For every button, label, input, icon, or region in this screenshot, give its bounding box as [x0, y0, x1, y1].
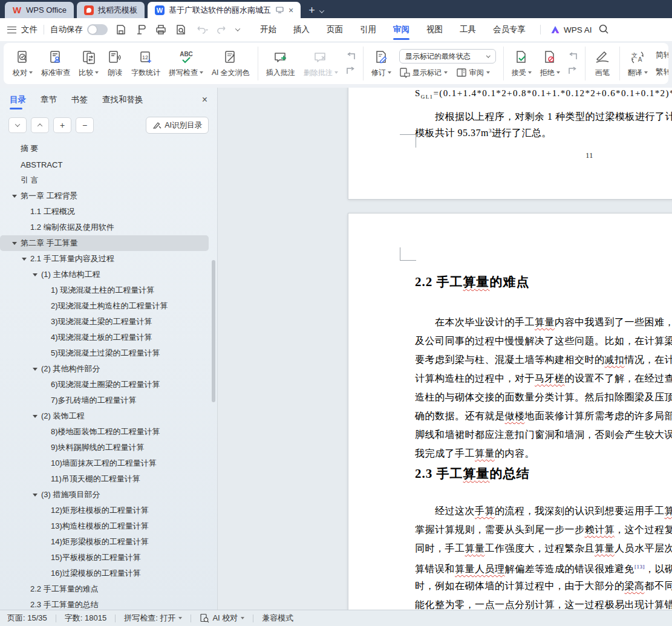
collapse-all-button[interactable]: − [76, 117, 94, 133]
collapse-arrow-icon[interactable] [12, 195, 17, 198]
ai-proofread-status[interactable]: AI 校对 [200, 613, 244, 624]
toc-item[interactable]: 第二章 手工算量 [0, 235, 209, 251]
more-commands-chevron-icon[interactable] [235, 26, 240, 31]
sidebar-tab-find-replace[interactable]: 查找和替换 [102, 88, 143, 112]
collapse-arrow-icon[interactable] [33, 273, 38, 276]
collapse-arrow-icon[interactable] [22, 258, 27, 261]
tab-member[interactable]: 会员专享 [484, 18, 534, 41]
tab-view[interactable]: 视图 [418, 18, 451, 41]
collapse-arrow-icon[interactable] [12, 242, 17, 245]
wps-ai-button[interactable]: WPS AI [550, 25, 592, 34]
tab-list-chevron-icon[interactable] [319, 8, 324, 13]
tab-reference[interactable]: 引用 [351, 18, 385, 41]
tab-insert[interactable]: 插入 [285, 18, 318, 41]
next-revision-icon[interactable] [567, 67, 579, 76]
simplified-to-traditional-button[interactable]: 简转繁 [656, 50, 668, 60]
show-markup-button[interactable]: 显示标记 [399, 67, 448, 78]
tab-review[interactable]: 审阅 [385, 18, 418, 41]
compare-button[interactable]: 比较 [74, 47, 103, 81]
ai-polish-button[interactable]: AI 全文润色 [207, 47, 254, 81]
read-aloud-button[interactable]: 朗读 [103, 47, 127, 81]
standard-review-button[interactable]: 标准审查 [37, 47, 74, 81]
tab-current-document[interactable]: W 基于广联达软件的丽水南城五 × [148, 2, 301, 18]
toc-item[interactable]: 第一章 工程背景 [0, 188, 209, 204]
spell-check-button[interactable]: ABC 拼写检查 [165, 47, 207, 81]
toc-item[interactable]: 7)多孔砖墙的工程量计算 [0, 393, 209, 408]
collapse-arrow-icon[interactable] [33, 494, 38, 497]
export-pdf-icon[interactable] [135, 24, 147, 36]
main-menu-icon[interactable] [7, 27, 16, 33]
toc-item[interactable]: 3)现浇混凝土梁的工程量计算 [0, 314, 209, 330]
reject-revision-button[interactable]: 拒绝 [536, 47, 564, 81]
expand-next-button[interactable] [8, 117, 27, 133]
markup-state-dropdown[interactable]: 显示标记的最终状态 [399, 49, 496, 64]
insert-comment-button[interactable]: 插入批注 [262, 47, 299, 81]
toc-item[interactable]: 2)现浇混凝土构造柱的工程量计算 [0, 298, 209, 314]
sidebar-tab-chapters[interactable]: 章节 [41, 88, 57, 112]
proofread-button[interactable]: 校对 [8, 47, 37, 81]
ai-recognize-toc-button[interactable]: AI识别目录 [146, 117, 209, 134]
previous-revision-icon[interactable] [567, 52, 579, 61]
word-count-button[interactable]: 12 字数统计 [127, 47, 165, 81]
toc-item[interactable]: 13)构造柱模板的工程量计算 [0, 518, 209, 534]
undo-icon[interactable] [195, 24, 208, 36]
save-icon[interactable] [115, 24, 127, 36]
accept-revision-button[interactable]: 接受 [507, 47, 536, 81]
tab-docer-templates[interactable]: 找稻壳模板 [77, 2, 145, 18]
toc-item[interactable]: 8)楼地面装饰工程的工程量计算 [0, 424, 209, 440]
toc-item[interactable]: 6)现浇混凝土圈梁的工程量计算 [0, 377, 209, 393]
traditional-to-simplified-button[interactable]: 繁转简 [656, 67, 668, 77]
toc-item[interactable]: 1.1 工程概况 [0, 204, 209, 220]
autosave-toggle[interactable] [87, 24, 108, 35]
print-preview-icon[interactable] [175, 24, 187, 36]
toc-item[interactable]: (2) 装饰工程 [0, 408, 209, 424]
search-button[interactable] [598, 24, 609, 36]
review-pane-button[interactable]: 审阅 [456, 67, 490, 78]
toc-item[interactable]: 12)矩形柱模板的工程量计算 [0, 503, 209, 518]
toc-item[interactable]: 4)现浇混凝土板的工程量计算 [0, 330, 209, 345]
track-changes-button[interactable]: 修订 [367, 47, 396, 81]
toc-item[interactable]: (3) 措施项目部分 [0, 487, 209, 503]
print-icon[interactable] [155, 24, 167, 36]
toc-item[interactable]: 11)吊顶天棚的工程量计算 [0, 471, 209, 487]
document-page-12[interactable]: 2.2 手工算量的难点 在本次毕业设计的手工算量内容中我遇到了一些困难，在及公司… [348, 213, 672, 610]
expand-all-button[interactable]: + [53, 117, 71, 133]
collapse-arrow-icon[interactable] [33, 415, 38, 418]
toc-item[interactable]: 15)平板模板的工程量计算 [0, 550, 209, 566]
close-tab-icon[interactable]: × [289, 5, 293, 15]
toc-item[interactable]: 摘 要 [0, 141, 209, 157]
previous-comment-icon[interactable] [345, 52, 357, 61]
sidebar-scrollbar[interactable] [212, 260, 215, 402]
toc-item[interactable]: 2.1 手工算量内容及过程 [0, 251, 209, 267]
toc-item[interactable]: (2) 其他构件部分 [0, 361, 209, 377]
toc-item[interactable]: (1) 主体结构工程 [0, 267, 209, 282]
new-tab-button[interactable]: + [308, 5, 315, 16]
toc-item[interactable]: 10)墙面抹灰工程的工程量计算 [0, 455, 209, 471]
collapse-arrow-icon[interactable] [33, 368, 38, 371]
ink-brush-button[interactable]: 画笔 [589, 47, 616, 81]
tab-home[interactable]: 开始 [252, 18, 285, 41]
tab-tools[interactable]: 工具 [451, 18, 484, 41]
toc-item[interactable]: 2.2 手工算量的难点 [0, 581, 209, 597]
toc-item[interactable]: 9)块料踢脚线的工程量计算 [0, 440, 209, 455]
toc-item[interactable]: 1.2 编制依据及使用软件 [0, 220, 209, 235]
delete-comment-button[interactable]: 删除批注 [299, 47, 342, 81]
collapse-prev-button[interactable] [31, 117, 49, 133]
redo-icon[interactable] [216, 24, 228, 36]
toc-item[interactable]: 16)过梁模板的工程量计算 [0, 566, 209, 581]
file-menu[interactable]: 文件 [21, 24, 38, 35]
close-sidebar-icon[interactable]: × [202, 94, 207, 105]
toc-item[interactable]: 14)矩形梁模板的工程量计算 [0, 534, 209, 550]
toc-item[interactable]: 5)现浇混凝土过梁的工程量计算 [0, 345, 209, 361]
toc-item[interactable]: 1) 现浇混凝土柱的工程量计算 [0, 282, 209, 298]
toc-item[interactable]: 引 言 [0, 172, 209, 188]
sidebar-tab-contents[interactable]: 目录 [10, 88, 26, 112]
tab-page[interactable]: 页面 [318, 18, 351, 41]
next-comment-icon[interactable] [345, 67, 357, 76]
translate-button[interactable]: 文A 翻译 [624, 47, 652, 81]
document-page-11[interactable]: SGL1=(0.1+1.4*0.1*2+0.8*0.1+1.*0.12*2+0.… [348, 88, 672, 200]
toc-item[interactable]: ABSTRACT [0, 157, 209, 172]
tab-wps-office[interactable]: W WPS Office [5, 2, 74, 18]
spell-check-status[interactable]: 拼写检查: 打开 [124, 613, 182, 624]
sidebar-tab-bookmarks[interactable]: 书签 [71, 88, 88, 112]
